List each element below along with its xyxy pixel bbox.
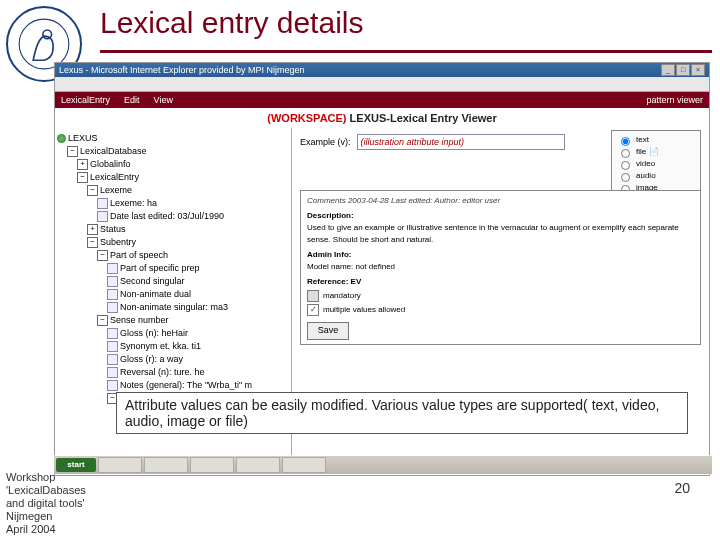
windows-taskbar: start [54,455,712,474]
tree-item[interactable]: Status [100,224,126,234]
description-label: Description: [307,210,694,222]
mandatory-checkbox [307,290,319,302]
description-text: Used to give an example or illustrative … [307,222,694,246]
viewer-title: LEXUS-Lexical Entry Viewer [350,112,497,124]
slide-title: Lexical entry details [100,6,363,40]
start-button[interactable]: start [56,458,96,472]
tree-item[interactable]: Gloss (n): heHair [120,328,188,338]
tree-item[interactable]: LexicalEntry [90,172,139,182]
collapse-icon[interactable]: − [67,146,78,157]
close-icon[interactable]: × [691,64,705,76]
taskbar-item[interactable] [98,457,142,473]
workspace-tag: (WORKSPACE) [267,112,346,124]
tree-item[interactable]: Second singular [120,276,185,286]
tree-item[interactable]: Reversal (n): ture. he [120,367,205,377]
type-audio-label: audio [636,170,656,182]
tree-item[interactable]: LexicalDatabase [80,146,147,156]
taskbar-item[interactable] [144,457,188,473]
window-title: Lexus - Microsoft Internet Explorer prov… [59,65,305,75]
collapse-icon[interactable]: − [97,250,108,261]
type-file-label: file [636,146,646,158]
footer-line: Nijmegen [6,510,86,523]
tree-item[interactable]: Non-animate singular: ma3 [120,302,228,312]
menu-lexicalentry[interactable]: LexicalEntry [61,95,110,105]
collapse-icon[interactable]: − [97,315,108,326]
svg-point-1 [43,30,52,39]
footer-line: Workshop [6,471,86,484]
type-audio-radio[interactable] [621,173,630,182]
tree-item[interactable]: Date last edited: 03/Jul/1990 [110,211,224,221]
leaf-icon [107,367,118,378]
tree-item[interactable]: Gloss (r): a way [120,354,183,364]
app-menubar: LexicalEntry Edit View pattern viewer [55,92,709,108]
menu-edit[interactable]: Edit [124,95,140,105]
footer-line: 'LexicalDabases [6,484,86,497]
tree-item[interactable]: Globalinfo [90,159,131,169]
slide-footer: Workshop 'LexicalDabases and digital too… [6,471,86,536]
taskbar-item[interactable] [282,457,326,473]
footer-line: and digital tools' [6,497,86,510]
leaf-icon [107,380,118,391]
tree-item[interactable]: Lexeme [100,185,132,195]
example-input[interactable] [357,134,565,150]
multivalue-label: multiple values allowed [323,304,405,316]
type-file-radio[interactable] [621,149,630,158]
tree-item[interactable]: Synonym et. kka. ti1 [120,341,201,351]
tree-item[interactable]: Non-animate dual [120,289,191,299]
tree-root[interactable]: LEXUS [68,133,98,143]
leaf-icon [107,328,118,339]
type-video-radio[interactable] [621,161,630,170]
tree-item[interactable]: Part of speech [110,250,168,260]
collapse-icon[interactable]: − [87,185,98,196]
mandatory-label: mandatory [323,290,361,302]
ie-toolbar [55,77,709,92]
collapse-icon[interactable]: − [87,237,98,248]
expand-icon[interactable]: + [77,159,88,170]
info-header: Comments 2003-04-28 Last edited: Author:… [307,195,694,207]
leaf-icon [107,263,118,274]
model-name-text: Model name: not defined [307,261,694,273]
annotation-callout: Attribute values can be easily modified.… [116,392,688,434]
value-type-selector: text file 📄 video audio image [611,130,701,198]
type-text-label: text [636,134,649,146]
example-label: Example (v): [300,137,351,147]
globe-icon [57,134,66,143]
leaf-icon [107,302,118,313]
maximize-icon[interactable]: □ [676,64,690,76]
leaf-icon [97,211,108,222]
title-underline [100,50,712,53]
file-icon: 📄 [649,146,659,158]
tree-item[interactable]: Subentry [100,237,136,247]
collapse-icon[interactable]: − [77,172,88,183]
reference-label: Reference: EV [307,276,694,288]
attribute-info-box: Comments 2003-04-28 Last edited: Author:… [300,190,701,345]
type-text-radio[interactable] [621,137,630,146]
menu-view[interactable]: View [154,95,173,105]
taskbar-item[interactable] [236,457,280,473]
leaf-icon [107,276,118,287]
tree-item[interactable]: Notes (general): The "Wrba_ti" m [120,380,252,390]
page-number: 20 [674,480,690,496]
leaf-icon [107,354,118,365]
minimize-icon[interactable]: _ [661,64,675,76]
tree-item[interactable]: Sense number [110,315,169,325]
window-controls: _ □ × [661,64,705,76]
tree-item[interactable]: Part of specific prep [120,263,200,273]
footer-line: April 2004 [6,523,86,536]
leaf-icon [97,198,108,209]
leaf-icon [107,341,118,352]
menu-pattern-viewer[interactable]: pattern viewer [646,95,703,105]
admin-info-label: Admin Info: [307,249,694,261]
save-button[interactable]: Save [307,322,349,340]
window-titlebar: Lexus - Microsoft Internet Explorer prov… [55,63,709,77]
type-video-label: video [636,158,655,170]
multivalue-checkbox[interactable]: ✓ [307,304,319,316]
expand-icon[interactable]: + [87,224,98,235]
leaf-icon [107,289,118,300]
taskbar-item[interactable] [190,457,234,473]
viewer-header: (WORKSPACE) LEXUS-Lexical Entry Viewer [55,108,709,128]
tree-item[interactable]: Lexeme: ha [110,198,157,208]
